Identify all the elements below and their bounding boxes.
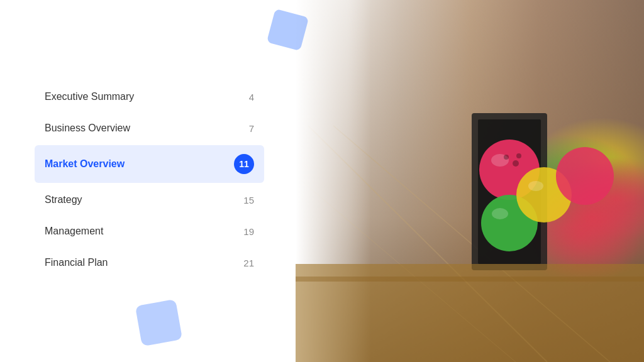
svg-point-11 — [492, 208, 508, 219]
svg-point-7 — [513, 160, 519, 167]
toc-page-business-overview: 7 — [236, 123, 254, 134]
toc-item-left-4: Strategy — [45, 194, 82, 206]
toc-label-strategy: Strategy — [45, 194, 82, 206]
toc-label-management: Management — [45, 226, 103, 237]
toc-page-executive-summary: 4 — [236, 92, 254, 102]
toc-item-strategy[interactable]: Strategy 15 — [35, 185, 264, 214]
toc-item-left-3: Market Overview — [45, 158, 125, 170]
page-container: Executive Summary 4 Business Overview 7 … — [0, 0, 644, 362]
toc-page-management: 19 — [236, 226, 254, 237]
toc-list: Executive Summary 4 Business Overview 7 … — [35, 82, 264, 280]
toc-item-financial-plan[interactable]: Financial Plan 21 — [35, 248, 264, 277]
toc-page-strategy: 15 — [236, 195, 254, 206]
svg-point-14 — [556, 147, 614, 205]
toc-page-financial-plan: 21 — [236, 258, 254, 268]
svg-point-9 — [516, 153, 521, 158]
toc-label-executive-summary: Executive Summary — [45, 91, 134, 102]
toc-item-left-2: Business Overview — [45, 123, 130, 134]
toc-label-market-overview: Market Overview — [45, 158, 125, 170]
toc-label-financial-plan: Financial Plan — [45, 257, 108, 268]
right-panel — [296, 0, 644, 362]
toc-item-left-5: Management — [45, 226, 103, 237]
toc-item-market-overview[interactable]: Market Overview 11 — [35, 145, 264, 183]
toc-item-left-6: Financial Plan — [45, 257, 108, 268]
toc-item-executive-summary[interactable]: Executive Summary 4 — [35, 82, 264, 111]
toc-label-business-overview: Business Overview — [45, 123, 130, 134]
toc-item-management[interactable]: Management 19 — [35, 217, 264, 246]
svg-point-8 — [504, 155, 509, 160]
deco-square-bottom — [135, 299, 182, 346]
toc-item-left: Executive Summary — [45, 91, 134, 102]
svg-rect-16 — [296, 277, 644, 282]
bowling-ball-rack — [296, 0, 644, 362]
toc-page-badge-market-overview: 11 — [234, 154, 254, 174]
svg-point-13 — [528, 181, 543, 191]
toc-item-business-overview[interactable]: Business Overview 7 — [35, 114, 264, 143]
